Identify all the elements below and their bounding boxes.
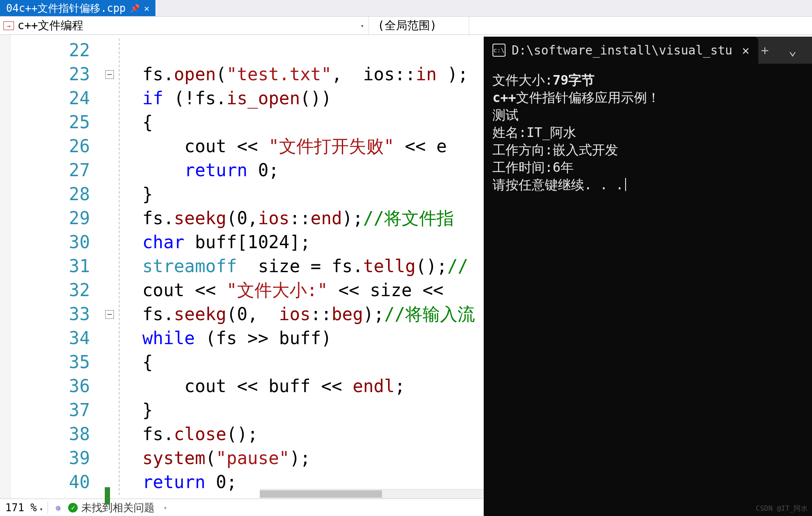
console-line: 工作时间:6年 xyxy=(492,159,803,176)
check-icon: ✓ xyxy=(68,503,78,513)
feedback-icon[interactable]: ✵ xyxy=(55,502,61,514)
tab-title: 04c++文件指针偏移.cpp xyxy=(6,1,126,15)
console-line: 工作方向:嵌入式开发 xyxy=(492,141,803,159)
scope-label-right: (全局范围) xyxy=(378,18,437,33)
scrollbar-thumb[interactable] xyxy=(260,490,382,498)
pin-icon[interactable]: 📌 xyxy=(130,3,140,13)
console-title: D:\software_install\visual_stu xyxy=(512,43,733,58)
fold-toggle[interactable]: − xyxy=(105,310,114,319)
chevron-down-icon: ▾ xyxy=(39,506,43,513)
fold-toggle[interactable]: − xyxy=(105,70,114,79)
console-titlebar[interactable]: c:\ D:\software_install\visual_stu ✕ ＋ ⌄ xyxy=(484,37,812,64)
close-icon[interactable]: ✕ xyxy=(144,3,149,14)
chevron-down-icon[interactable]: ▾ xyxy=(163,504,167,511)
caret xyxy=(625,178,626,191)
console-line: 文件大小: xyxy=(492,72,553,88)
close-icon[interactable]: ✕ xyxy=(742,43,750,58)
scope-dropdown-left[interactable]: → c++文件编程 ▾ xyxy=(0,17,369,34)
zoom-level[interactable]: 171 %▾ xyxy=(0,502,48,514)
console-line: 请按任意键继续. . . xyxy=(492,177,623,192)
console-window[interactable]: c:\ D:\software_install\visual_stu ✕ ＋ ⌄… xyxy=(484,37,812,516)
context-bar: → c++文件编程 ▾ (全局范围) xyxy=(0,17,812,35)
tab-bar: 04c++文件指针偏移.cpp 📌 ✕ xyxy=(0,0,812,17)
file-tab[interactable]: 04c++文件指针偏移.cpp 📌 ✕ xyxy=(0,0,155,16)
editor-margin xyxy=(0,35,10,499)
chevron-down-icon[interactable]: ⌄ xyxy=(789,43,797,58)
nav-icon: → xyxy=(3,21,14,30)
scope-dropdown-right[interactable]: (全局范围) xyxy=(369,17,469,34)
fold-column[interactable]: − − xyxy=(103,35,116,499)
indent-guide xyxy=(116,35,125,499)
console-actions: ＋ ⌄ xyxy=(758,41,812,59)
scope-label: c++文件编程 xyxy=(17,18,83,33)
new-tab-button[interactable]: ＋ xyxy=(758,41,771,59)
console-output: 文件大小:79字节 c++文件指针偏移应用示例！ 测试 姓名:IT_阿水 工作方… xyxy=(484,64,812,202)
line-number-gutter: 22232425262728293031323334353637383940 xyxy=(10,35,103,499)
console-line: 测试 xyxy=(492,106,803,124)
console-line: 姓名:IT_阿水 xyxy=(492,124,803,141)
watermark: CSDN @IT_阿水 xyxy=(756,504,808,513)
issues-text[interactable]: 未找到相关问题 xyxy=(81,501,155,515)
console-tab[interactable]: c:\ D:\software_install\visual_stu ✕ xyxy=(484,37,758,64)
chevron-down-icon: ▾ xyxy=(361,22,364,29)
change-marker xyxy=(105,487,110,505)
console-line: 文件指针偏移应用示例！ xyxy=(516,90,660,105)
terminal-icon: c:\ xyxy=(492,44,506,57)
zoom-value: 171 % xyxy=(5,502,37,514)
